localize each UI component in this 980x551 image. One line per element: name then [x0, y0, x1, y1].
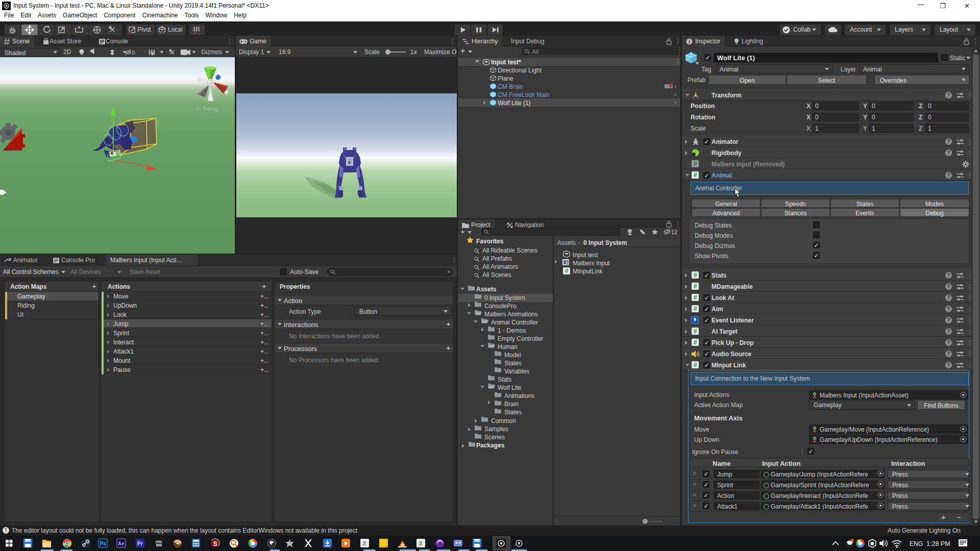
svg-text:Y: Y — [151, 52, 154, 56]
svg-text:ENG: ENG — [910, 540, 923, 547]
svg-text:0: 0 — [132, 49, 135, 56]
svg-text:Ps: Ps — [100, 541, 107, 546]
svg-text:EPIC: EPIC — [156, 540, 162, 543]
svg-text:1:28 PM: 1:28 PM — [926, 540, 950, 547]
svg-text:3: 3 — [419, 540, 422, 546]
svg-text:Pr: Pr — [137, 541, 143, 546]
svg-text:12: 12 — [671, 229, 677, 235]
svg-text:3: 3 — [363, 540, 366, 546]
svg-text:S: S — [213, 540, 217, 547]
svg-text:Ae: Ae — [118, 541, 125, 546]
